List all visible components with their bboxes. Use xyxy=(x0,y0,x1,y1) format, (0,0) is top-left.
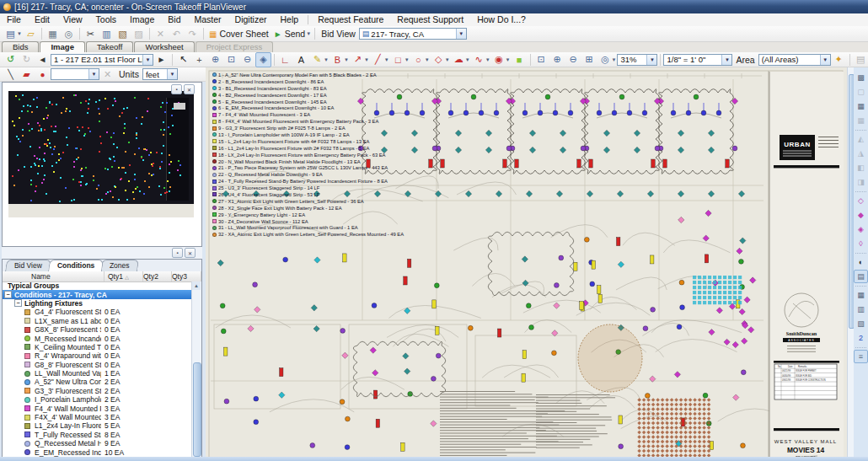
zoom-combo[interactable]: 31%▼ xyxy=(617,54,657,66)
rotate-right-icon[interactable]: ◮ xyxy=(854,147,868,160)
zoom-window-icon[interactable]: ⊞ xyxy=(581,52,597,67)
select-icon[interactable]: ↖ xyxy=(175,52,191,67)
pane-close-button[interactable]: ✕ xyxy=(184,84,195,94)
flip-horizontal-icon[interactable]: ◧ xyxy=(854,161,868,174)
send-button[interactable]: ►Send xyxy=(271,27,308,40)
tab-worksheet[interactable]: Worksheet xyxy=(134,41,194,52)
page-combo[interactable]: 1 - 217 E2.01 1st Floor Li▼ xyxy=(51,54,153,66)
leader-icon[interactable]: ∟ xyxy=(277,52,293,67)
menu-how-do-i-[interactable]: How Do I...? xyxy=(470,13,533,26)
condition-row[interactable]: G4_4' Fluorescent Strip with 2...0 EA xyxy=(3,308,192,316)
rotate-left-icon[interactable]: ◭ xyxy=(854,132,868,146)
next-page-icon[interactable]: ► xyxy=(153,52,169,67)
units-combo[interactable]: feet▼ xyxy=(142,68,178,80)
plan-thumbnail[interactable] xyxy=(8,91,194,217)
scroll-thumb[interactable] xyxy=(193,362,201,457)
condition-row[interactable]: L1X_same as L1 above with ...0 EA xyxy=(3,317,192,325)
prev-page-icon[interactable]: ◄ xyxy=(35,52,51,67)
group-typical-groups[interactable]: Typical Groups xyxy=(3,281,192,290)
overlay-compare-icon[interactable]: ▥ xyxy=(854,303,868,316)
menu-bid[interactable]: Bid xyxy=(161,13,187,26)
pan-icon[interactable]: ◈ xyxy=(255,52,271,67)
print-icon[interactable]: ▦ xyxy=(45,26,61,41)
select-region-icon[interactable]: ▩ xyxy=(854,71,868,84)
menu-digitizer[interactable]: Digitizer xyxy=(228,13,274,26)
pane-close-button-2[interactable]: ✕ xyxy=(185,248,196,258)
crosshair-icon[interactable]: + xyxy=(191,52,207,67)
count-backout-dropdown-icon[interactable]: ▼ xyxy=(344,57,349,62)
column-qty3[interactable]: Qty3 xyxy=(172,271,201,281)
condition-row[interactable]: LL_Wall Mounted Vaporproof...1 EA xyxy=(3,369,192,378)
rect-dropdown-icon[interactable]: ▼ xyxy=(405,57,410,62)
measure-line-icon[interactable]: ╲ xyxy=(3,67,19,82)
zoom-page-icon[interactable]: ⊡ xyxy=(223,52,239,67)
auto-crop-icon[interactable]: ▢ xyxy=(854,85,868,99)
cloud-dropdown-icon[interactable]: ▼ xyxy=(465,57,470,62)
group-lighting-fixtures[interactable]: −Lighting Fixtures xyxy=(3,299,192,308)
condition-row[interactable]: L1_2x4 Lay-In Fluorescent Fix...5 EA xyxy=(3,421,192,430)
grid-overlay-icon[interactable]: ▦ xyxy=(854,99,868,113)
mask-rect-icon[interactable]: ◆ xyxy=(854,208,868,222)
menu-view[interactable]: View xyxy=(56,13,89,26)
column-qty1[interactable]: Qty1 △ xyxy=(104,271,143,281)
condition-row[interactable]: G3_3' Fluorescent Strip with 2...2 EA xyxy=(3,387,192,395)
arrow-dropdown-icon[interactable]: ▼ xyxy=(364,57,369,62)
text-icon[interactable]: A xyxy=(293,52,309,67)
menu-request-support[interactable]: Request Support xyxy=(390,13,470,26)
ellipse-dropdown-icon[interactable]: ▼ xyxy=(425,57,430,62)
zoom-area-icon[interactable]: ⊕ xyxy=(207,52,223,67)
menu-help[interactable]: Help xyxy=(274,13,306,26)
tab-bid-view[interactable]: Bid View xyxy=(5,260,51,271)
plan-canvas[interactable]: URBANSmithDuncanASSOCIATESNo.DateRemarks… xyxy=(206,67,847,461)
zoom-prev-dropdown-icon[interactable]: ▼ xyxy=(612,57,617,62)
condition-row[interactable]: F4_4' Wall Mounted Fluoresc...3 EA xyxy=(3,404,192,412)
thumbnail-list-icon[interactable]: ≡ xyxy=(854,350,868,363)
column-qty2[interactable]: Qty2 xyxy=(143,271,172,281)
zoom-in-icon[interactable]: ⊕ xyxy=(549,52,565,67)
bid-combo[interactable]: ▤217- Tracy, CA▼ xyxy=(359,28,467,40)
condition-row[interactable]: Q_Recessed Metal Halide Do...9 EA xyxy=(3,439,192,448)
menu-image[interactable]: Image xyxy=(123,13,161,26)
scroll-up-icon[interactable]: ▲ xyxy=(192,281,201,290)
menu-request-feature[interactable]: Request Feature xyxy=(311,13,390,26)
condition-row[interactable]: K_Ceiling Mounted Track Fixt...0 EA xyxy=(3,343,192,351)
condition-row[interactable]: R_4' Wraparound with On/Of...0 EA xyxy=(3,351,192,360)
cut-icon[interactable]: ✂ xyxy=(83,26,99,41)
conditions-scrollbar-vertical[interactable]: ▲ ▼ xyxy=(191,281,201,461)
page-two-icon[interactable]: 2 xyxy=(854,331,868,345)
scale-combo[interactable]: 1/8" = 1' 0"▼ xyxy=(663,54,732,66)
condition-row[interactable]: M_Recessed Incandescent ...0 EA xyxy=(3,334,192,342)
count-dropdown-icon[interactable]: ▼ xyxy=(506,57,511,62)
zone-poly-icon[interactable]: ▰ xyxy=(19,67,35,82)
zoom-out-s-icon[interactable]: ⊖ xyxy=(239,52,255,67)
condition-row[interactable]: G8X_8' Fluorescent Strip with...0 EA xyxy=(3,325,192,334)
nav-back-icon[interactable]: ↺ xyxy=(3,52,19,67)
condition-row[interactable]: I_Porcelain Lampholder with ...2 EA xyxy=(3,395,192,404)
curve-dropdown-icon[interactable]: ▼ xyxy=(485,57,490,62)
invert-contrast-icon[interactable]: ◐ xyxy=(854,255,868,269)
cover-sheet-button[interactable]: ▦Cover Sheet xyxy=(206,27,271,40)
condition-row[interactable]: F4X_4' Wall Mounted Fluoros...3 EA xyxy=(3,413,192,421)
paste-icon[interactable]: ▧ xyxy=(115,26,131,41)
copy-icon[interactable]: ▥ xyxy=(99,26,115,41)
image-adjust-icon[interactable]: ▤ xyxy=(854,270,868,283)
flip-vertical-icon[interactable]: ◨ xyxy=(854,175,868,189)
tab-zones[interactable]: Zones xyxy=(100,260,139,271)
grid-snap-icon[interactable]: ▦ xyxy=(854,114,868,127)
column-name[interactable]: Name xyxy=(3,271,104,281)
polygon-dropdown-icon[interactable]: ▼ xyxy=(445,57,450,62)
tab-bids[interactable]: Bids xyxy=(2,41,39,52)
fill-box-icon[interactable]: ■ xyxy=(512,52,528,67)
area-combo[interactable]: (All Areas)▼ xyxy=(758,54,831,66)
menu-file[interactable]: File xyxy=(0,13,28,26)
open-folder-icon[interactable]: ▱ xyxy=(23,26,39,41)
menu-master[interactable]: Master xyxy=(187,13,228,26)
grid-small-icon[interactable]: ▦ xyxy=(854,288,868,302)
zoom-out-icon[interactable]: ⊖ xyxy=(565,52,581,67)
tab-takeoff[interactable]: Takeoff xyxy=(86,41,133,52)
point-marker-icon[interactable]: ● xyxy=(35,67,51,82)
magic-wand-icon[interactable]: ✦ xyxy=(831,52,847,67)
highlight-dropdown-icon[interactable]: ▼ xyxy=(324,57,329,62)
condition-row[interactable]: E_EM_Recessed Incandesc...10 EA xyxy=(3,448,192,456)
send-dropdown-icon[interactable]: ▼ xyxy=(306,31,311,36)
